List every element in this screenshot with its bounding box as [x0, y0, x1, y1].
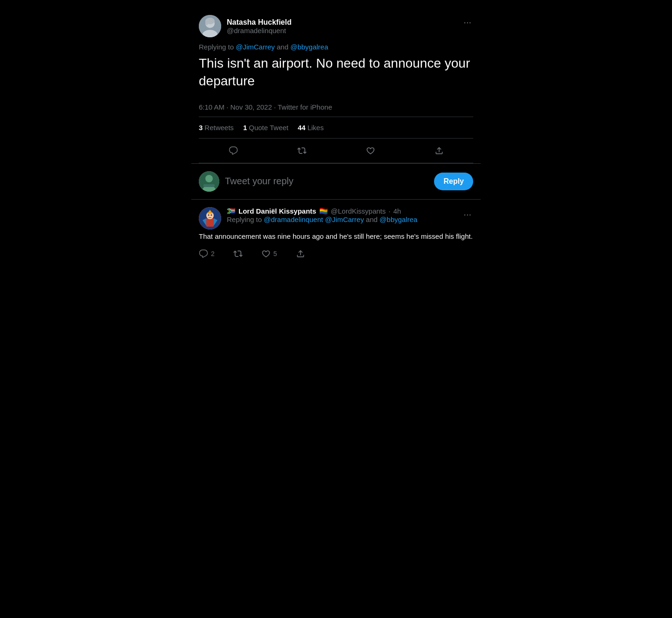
reply-like-action[interactable]: 5	[261, 249, 277, 258]
reply-author-info: 🇿🇦 Lord Daniël Kissypants 🏳️‍🌈 @LordKiss…	[227, 207, 417, 226]
share-action-button[interactable]	[431, 142, 448, 159]
tweet-text: This isn't an airport. No need to announ…	[199, 55, 473, 90]
author-display-name: Natasha Huckfield	[227, 18, 292, 27]
reply-more-options-icon[interactable]: ···	[462, 207, 473, 222]
pride-flag-icon: 🏳️‍🌈	[319, 207, 328, 215]
reply-comment-icon	[199, 249, 208, 258]
reply-submit-button[interactable]: Reply	[434, 173, 473, 190]
reply-time-separator: ·	[389, 207, 391, 215]
reply-retweet-action[interactable]	[233, 249, 243, 258]
reply-tweet-actions: 2 5	[199, 247, 473, 260]
svg-rect-8	[203, 184, 215, 187]
like-action-button[interactable]	[362, 142, 379, 159]
likes-stat[interactable]: 44 Likes	[298, 124, 324, 132]
reply-action-button[interactable]	[225, 142, 242, 159]
heart-icon	[366, 146, 375, 155]
reply-tweet: 🇿🇦 Lord Daniël Kissypants 🏳️‍🌈 @LordKiss…	[191, 200, 481, 268]
author-avatar	[199, 15, 221, 37]
reply-input-area: Tweet your reply Reply	[191, 164, 481, 200]
retweet-action-button[interactable]	[294, 142, 310, 159]
reply-tweet-text: That announcement was nine hours ago and…	[199, 231, 473, 242]
reply-replying-link2[interactable]: @JimCarrey	[325, 215, 364, 223]
reply-comment-count: 2	[211, 250, 215, 257]
svg-rect-10	[206, 218, 214, 227]
replying-to-link2[interactable]: @bbygalrea	[290, 43, 328, 51]
svg-rect-4	[205, 20, 208, 25]
quote-tweet-stat[interactable]: 1 Quote Tweet	[243, 124, 288, 132]
reply-heart-icon	[261, 249, 271, 258]
reply-replying-link3[interactable]: @bbygalrea	[379, 215, 417, 223]
author-info: Natasha Huckfield @dramadelinquent	[227, 18, 292, 35]
replying-to-link1[interactable]: @JimCarrey	[236, 43, 275, 51]
reply-retweet-icon	[233, 249, 243, 258]
flag-prefix-icon: 🇿🇦	[227, 207, 236, 215]
retweets-stat[interactable]: 3 Retweets	[199, 124, 234, 132]
current-user-avatar	[199, 171, 219, 192]
replying-to-text: Replying to @JimCarrey and @bbygalrea	[199, 43, 473, 51]
more-options-icon[interactable]: ···	[462, 15, 473, 29]
reply-timestamp: 4h	[393, 207, 401, 215]
tweet-stats: 3 Retweets 1 Quote Tweet 44 Likes	[199, 117, 473, 139]
reply-author-avatar	[199, 207, 221, 229]
svg-point-6	[205, 175, 213, 182]
svg-point-16	[211, 214, 212, 215]
author-username: @dramadelinquent	[227, 27, 292, 35]
tweet-timestamp: 6:10 AM · Nov 30, 2022 · Twitter for iPh…	[199, 97, 473, 117]
comment-icon	[229, 146, 238, 155]
reply-share-icon	[296, 249, 305, 258]
share-icon	[434, 146, 444, 155]
tweet-actions	[199, 139, 473, 163]
reply-author-username: @LordKissypants	[331, 207, 386, 215]
reply-replying-link1[interactable]: @dramadelinquent	[264, 215, 323, 223]
reply-input-placeholder[interactable]: Tweet your reply	[225, 176, 428, 187]
retweet-icon	[297, 146, 307, 155]
reply-like-count: 5	[273, 250, 277, 257]
svg-point-15	[208, 214, 210, 215]
reply-author-display-name: Lord Daniël Kissypants	[238, 207, 316, 215]
reply-replying-to: Replying to @dramadelinquent @JimCarrey …	[227, 215, 417, 223]
reply-share-action[interactable]	[296, 249, 305, 258]
reply-comment-action[interactable]: 2	[199, 249, 215, 258]
